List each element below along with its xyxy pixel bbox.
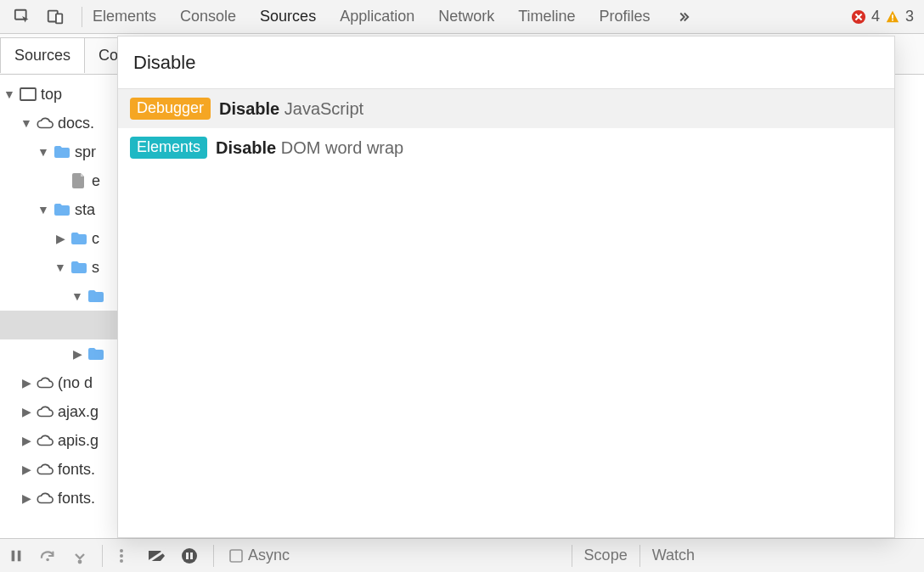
watch-tab[interactable]: Watch — [652, 547, 695, 564]
async-checkbox[interactable]: Async — [229, 547, 290, 564]
tree-item-label: e — [92, 172, 100, 190]
tab-sources[interactable]: Sources — [260, 8, 316, 25]
tree-row[interactable]: s — [0, 253, 117, 282]
tree-row[interactable]: e — [0, 166, 117, 195]
svg-rect-2 — [56, 14, 62, 23]
subtab-sources[interactable]: Sources — [0, 37, 85, 73]
debugger-toolbar: Async Scope Watch — [0, 538, 924, 572]
tree-row[interactable]: fonts. — [0, 455, 117, 484]
svg-rect-17 — [230, 550, 242, 562]
tree-row[interactable]: (no d — [0, 368, 117, 397]
tree-item-label: top — [41, 86, 62, 104]
tree-arrow-icon[interactable] — [3, 87, 15, 101]
folder-icon — [53, 145, 71, 159]
svg-rect-16 — [190, 552, 193, 559]
svg-point-11 — [120, 549, 123, 552]
tree-item-label: sta — [75, 201, 95, 219]
svg-point-13 — [120, 559, 123, 563]
command-label: Disable DOM word wrap — [216, 138, 403, 158]
topbar-divider — [82, 7, 82, 27]
tree-arrow-icon[interactable] — [20, 405, 32, 418]
scope-tab[interactable]: Scope — [584, 547, 628, 564]
tree-row[interactable] — [0, 339, 117, 368]
folder-icon — [70, 232, 88, 245]
tree-item-label: spr — [75, 143, 96, 161]
tab-timeline[interactable]: Timeline — [518, 8, 575, 25]
file-tree[interactable]: topdocs.sprestacs(no dajax.gapis.gfonts.… — [0, 75, 117, 538]
error-icon — [851, 9, 866, 25]
more-icon[interactable] — [118, 547, 125, 564]
tab-console[interactable]: Console — [180, 8, 236, 25]
svg-rect-8 — [18, 550, 21, 561]
frame-icon — [19, 87, 37, 101]
category-badge: Debugger — [130, 98, 211, 120]
toolbar-divider-4 — [639, 545, 640, 567]
command-palette-results: DebuggerDisable JavaScriptElementsDisabl… — [118, 89, 894, 167]
tree-arrow-icon[interactable] — [37, 145, 49, 159]
tab-profiles[interactable]: Profiles — [600, 8, 651, 25]
cloud-icon — [36, 116, 54, 130]
step-into-icon[interactable] — [73, 547, 87, 564]
svg-point-9 — [46, 558, 49, 561]
tab-elements[interactable]: Elements — [93, 8, 156, 25]
command-palette-input[interactable]: Disable — [118, 36, 894, 89]
tree-arrow-icon[interactable] — [54, 261, 66, 274]
cloud-icon — [36, 491, 54, 505]
status-counters[interactable]: 4 3 — [851, 8, 917, 25]
svg-rect-4 — [892, 14, 893, 19]
tree-row[interactable]: fonts. — [0, 484, 117, 513]
device-toggle-icon[interactable] — [46, 8, 65, 26]
tree-arrow-icon[interactable] — [20, 434, 32, 447]
tree-row[interactable] — [0, 311, 117, 339]
error-count: 4 — [871, 8, 880, 25]
tree-arrow-icon[interactable] — [20, 376, 32, 390]
topbar-left-icons — [7, 8, 71, 26]
folder-icon — [87, 289, 105, 303]
command-label: Disable JavaScript — [219, 99, 363, 119]
tree-arrow-icon[interactable] — [20, 116, 32, 130]
deactivate-breakpoints-icon[interactable] — [147, 548, 167, 564]
folder-icon — [87, 347, 105, 361]
command-palette: Disable DebuggerDisable JavaScriptElemen… — [117, 36, 895, 538]
toolbar-divider-3 — [572, 545, 572, 567]
inspect-icon[interactable] — [14, 8, 32, 26]
tree-item-label: apis.g — [58, 432, 99, 450]
tree-item-label: c — [92, 230, 99, 248]
tree-arrow-icon[interactable] — [20, 491, 32, 505]
tree-row[interactable] — [0, 282, 117, 311]
svg-point-14 — [182, 548, 197, 564]
tree-arrow-icon[interactable] — [71, 347, 83, 361]
cloud-icon — [36, 405, 54, 418]
tree-row[interactable]: apis.g — [0, 426, 117, 455]
tree-arrow-icon[interactable] — [54, 232, 66, 245]
tree-row[interactable]: docs. — [0, 109, 117, 137]
command-palette-item[interactable]: ElementsDisable DOM word wrap — [118, 128, 894, 167]
toolbar-divider — [102, 545, 103, 567]
tree-item-label: ajax.g — [58, 403, 99, 421]
pause-icon[interactable] — [8, 548, 24, 564]
tree-row[interactable]: top — [0, 80, 117, 109]
pause-on-exceptions-icon[interactable] — [181, 547, 198, 564]
tree-row[interactable]: ajax.g — [0, 397, 117, 426]
devtools-topbar: Elements Console Sources Application Net… — [0, 0, 924, 34]
file-icon — [70, 173, 88, 188]
folder-icon — [53, 203, 71, 216]
tree-arrow-icon[interactable] — [71, 289, 83, 303]
svg-rect-7 — [12, 550, 15, 561]
panel-tabs: Elements Console Sources Application Net… — [93, 8, 851, 25]
tree-row[interactable]: spr — [0, 137, 117, 166]
step-over-icon[interactable] — [39, 548, 58, 564]
svg-point-12 — [120, 554, 123, 558]
tab-network[interactable]: Network — [438, 8, 494, 25]
warning-icon — [885, 9, 900, 25]
command-palette-item[interactable]: DebuggerDisable JavaScript — [118, 89, 894, 128]
cloud-icon — [36, 434, 54, 447]
tree-row[interactable]: sta — [0, 195, 117, 224]
tree-row[interactable]: c — [0, 224, 117, 253]
tree-arrow-icon[interactable] — [20, 463, 32, 476]
more-tabs-icon[interactable] — [674, 9, 693, 25]
cloud-icon — [36, 376, 54, 390]
tree-item-label: (no d — [58, 374, 93, 392]
tab-application[interactable]: Application — [340, 8, 414, 25]
tree-arrow-icon[interactable] — [37, 203, 49, 216]
